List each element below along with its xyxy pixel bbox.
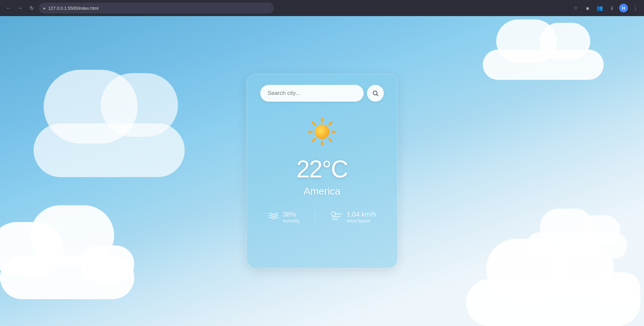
search-input[interactable]: America (260, 85, 364, 102)
wind-icon (330, 211, 342, 223)
lock-icon: ● (43, 6, 46, 11)
humidity-value: 38% (283, 211, 300, 218)
cloud-behind-card (34, 76, 201, 177)
user-avatar[interactable]: H (619, 4, 628, 12)
cloud-top-right (476, 30, 610, 80)
temperature-display: 22°C (296, 155, 348, 183)
svg-rect-3 (321, 141, 323, 146)
wind-svg (330, 211, 342, 221)
sun-icon (305, 115, 339, 149)
address-bar[interactable]: ● 127.0.0.1:5500/index.html (39, 3, 274, 13)
weather-stats: 38% Humidity 1.04 km/h Wind Sp (260, 210, 384, 224)
browser-chrome: ← → ↻ ● 127.0.0.1:5500/index.html ☆ ■ 👥 … (0, 0, 644, 16)
download-icon[interactable]: ⇓ (607, 3, 616, 13)
waves-svg (268, 212, 279, 220)
search-bar: America (260, 85, 384, 102)
wind-stat: 1.04 km/h Wind Speed (330, 211, 376, 223)
url-text: 127.0.0.1:5500/index.html (48, 6, 99, 11)
cloud-bottom-right (453, 252, 644, 326)
extensions-icon[interactable]: ■ (583, 3, 592, 13)
svg-line-1 (377, 95, 378, 96)
svg-rect-7 (311, 138, 316, 143)
svg-point-0 (373, 91, 377, 95)
page-background: America (0, 16, 644, 326)
svg-rect-2 (321, 118, 323, 122)
weather-card: America (246, 74, 398, 268)
reload-button[interactable]: ↻ (27, 3, 36, 13)
wind-value: 1.04 km/h (347, 211, 376, 218)
city-name: America (304, 185, 340, 197)
nav-buttons: ← → ↻ (4, 3, 36, 13)
search-button[interactable] (367, 85, 384, 102)
star-icon[interactable]: ☆ (571, 3, 580, 13)
humidity-icon (268, 212, 279, 223)
sun-rays (305, 115, 339, 149)
profile-icon[interactable]: 👥 (595, 3, 604, 13)
humidity-label: Humidity (283, 218, 300, 223)
svg-rect-5 (331, 131, 336, 133)
forward-button[interactable]: → (15, 3, 25, 13)
menu-icon[interactable]: ⋮ (631, 3, 640, 13)
svg-rect-9 (328, 138, 333, 143)
back-button[interactable]: ← (4, 3, 13, 13)
wind-label: Wind Speed (347, 218, 376, 223)
svg-rect-4 (308, 131, 313, 133)
search-icon (372, 90, 379, 97)
humidity-stat: 38% Humidity (268, 211, 300, 223)
humidity-info: 38% Humidity (283, 211, 300, 223)
svg-point-10 (315, 124, 329, 139)
stat-divider (315, 210, 315, 224)
toolbar-right: ☆ ■ 👥 ⇓ H ⋮ (571, 3, 640, 13)
wind-info: 1.04 km/h Wind Speed (347, 211, 376, 223)
cloud-bottom-left (0, 232, 154, 299)
svg-rect-6 (328, 121, 333, 126)
svg-rect-8 (311, 121, 316, 126)
